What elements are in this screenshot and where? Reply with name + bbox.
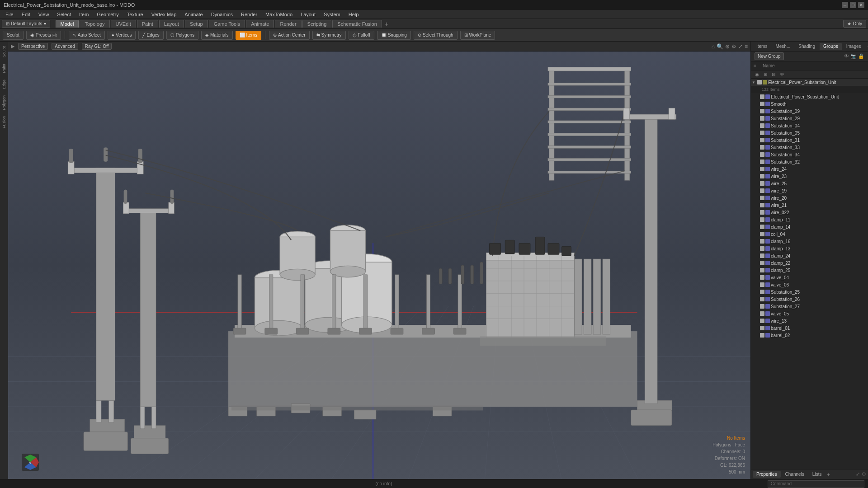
menu-geometry[interactable]: Geometry — [93, 11, 122, 18]
list-item[interactable]: wire_19 — [751, 187, 868, 194]
tab-topology[interactable]: Topology — [80, 20, 109, 28]
tab-lists[interactable]: Lists — [809, 471, 826, 478]
new-group-button[interactable]: New Group — [755, 52, 784, 60]
visibility-toggle[interactable] — [760, 333, 764, 338]
tab-properties[interactable]: Properties — [753, 471, 781, 478]
visibility-toggle[interactable] — [760, 232, 764, 236]
list-item[interactable]: clamp_13 — [751, 245, 868, 252]
visibility-toggle[interactable] — [760, 181, 764, 186]
tab-groups[interactable]: Groups — [820, 43, 842, 50]
menu-edit[interactable]: Edit — [18, 11, 34, 18]
menu-texture[interactable]: Texture — [123, 11, 147, 18]
add-bottom-tab-button[interactable]: + — [827, 472, 830, 477]
edges-button[interactable]: ╱ Edges — [138, 31, 163, 40]
items-button[interactable]: ⬜ Items — [236, 31, 261, 40]
list-item[interactable]: clamp_16 — [751, 238, 868, 245]
scene-canvas[interactable]: No Items Polygons : Face Channels: 0 Def… — [8, 52, 750, 479]
visibility-toggle[interactable] — [760, 152, 764, 157]
menu-file[interactable]: File — [2, 11, 17, 18]
only-button[interactable]: ★ Only — [843, 20, 866, 28]
menu-item[interactable]: Item — [75, 11, 92, 18]
list-item[interactable]: Substation_26 — [751, 296, 868, 303]
auto-select-button[interactable]: ↖ Auto Select — [69, 31, 105, 40]
visibility-toggle[interactable] — [757, 80, 762, 84]
visibility-icon[interactable]: 👁 — [778, 71, 786, 77]
visibility-toggle[interactable] — [760, 210, 764, 215]
vp-menu-icon[interactable]: ≡ — [745, 43, 748, 50]
tab-animate[interactable]: Animate — [246, 20, 274, 28]
settings-icon[interactable]: ⚙ — [862, 471, 866, 477]
visibility-toggle[interactable] — [760, 109, 764, 113]
falloff-button[interactable]: ◎ Falloff — [349, 31, 374, 40]
lock-icon[interactable]: 🔒 — [858, 53, 864, 59]
vp-search-icon[interactable]: 🔍 — [717, 43, 723, 50]
tab-channels[interactable]: Channels — [782, 471, 808, 478]
menu-render[interactable]: Render — [237, 11, 261, 18]
symmetry-button[interactable]: ⇋ Symmetry — [312, 31, 346, 40]
expand-all-icon[interactable]: ⊞ — [762, 71, 769, 77]
expand-icon[interactable]: ⤢ — [856, 471, 860, 477]
tab-images[interactable]: Images — [843, 43, 865, 50]
list-item[interactable]: Substation_34 — [751, 151, 868, 158]
snapping-button[interactable]: 🔲 Snapping — [377, 31, 411, 40]
add-tab-button[interactable]: + — [383, 20, 390, 28]
list-item[interactable]: Substation_25 — [751, 288, 868, 296]
visibility-toggle[interactable] — [760, 297, 764, 301]
tab-uvedit[interactable]: UVEdit — [111, 20, 136, 28]
list-item[interactable]: wire_21 — [751, 202, 868, 209]
sidebar-edge[interactable]: Edge — [1, 77, 7, 92]
visibility-toggle[interactable] — [760, 239, 764, 244]
menu-animate[interactable]: Animate — [181, 11, 206, 18]
eye-icon[interactable]: 👁 — [844, 53, 849, 59]
list-item[interactable]: wire_13 — [751, 317, 868, 324]
add-panel-tab-button[interactable]: + — [866, 43, 868, 50]
vp-zoom-icon[interactable]: ⊕ — [725, 43, 730, 50]
ray-gl-button[interactable]: Ray GL: Off — [82, 43, 112, 50]
tab-scripting[interactable]: Scripting — [302, 20, 332, 28]
visibility-toggle[interactable] — [760, 94, 764, 99]
select-through-button[interactable]: ⊙ Select Through — [414, 31, 458, 40]
menu-dynamics[interactable]: Dynamics — [208, 11, 236, 18]
visibility-toggle[interactable] — [760, 123, 764, 128]
list-item[interactable]: barrel_01 — [751, 324, 868, 332]
collapse-icon[interactable]: ▶ — [11, 43, 14, 49]
camera-icon[interactable]: 📷 — [850, 53, 857, 59]
list-item[interactable]: clamp_22 — [751, 259, 868, 267]
perspective-button[interactable]: Perspective — [18, 43, 48, 50]
tab-layout[interactable]: Layout — [159, 20, 184, 28]
list-item[interactable]: wire_23 — [751, 173, 868, 180]
visibility-toggle[interactable] — [760, 145, 764, 150]
command-input[interactable] — [793, 481, 861, 486]
visibility-toggle[interactable] — [760, 304, 764, 309]
visibility-toggle[interactable] — [760, 275, 764, 280]
materials-button[interactable]: ◈ Materials — [201, 31, 233, 40]
polygons-button[interactable]: ⬡ Polygons — [166, 31, 198, 40]
list-item[interactable]: clamp_11 — [751, 216, 868, 223]
visibility-toggle[interactable] — [760, 246, 764, 251]
list-item[interactable]: Substation_32 — [751, 158, 868, 165]
visibility-toggle[interactable] — [760, 268, 764, 272]
vp-settings-icon[interactable]: ⚙ — [731, 43, 736, 50]
list-item[interactable]: Substation_27 — [751, 303, 868, 310]
vp-home-icon[interactable]: ⌂ — [712, 43, 715, 50]
visibility-toggle[interactable] — [760, 203, 764, 207]
list-item[interactable]: ▼ Electrical_Power_Substation_Unit — [751, 79, 868, 86]
list-item[interactable]: wire_20 — [751, 194, 868, 202]
visibility-toggle[interactable] — [760, 138, 764, 142]
sidebar-polygon[interactable]: Polygon — [1, 93, 7, 113]
menu-maxtomode[interactable]: MaxToModo — [262, 11, 296, 18]
list-item[interactable]: Substation_04 — [751, 122, 868, 129]
list-item[interactable]: valve_04 — [751, 274, 868, 281]
visibility-toggle[interactable] — [760, 167, 764, 171]
tab-schematic-fusion[interactable]: Schematic Fusion — [332, 20, 382, 28]
advanced-button[interactable]: Advanced — [52, 43, 78, 50]
tab-game-tools[interactable]: Game Tools — [209, 20, 245, 28]
list-item[interactable]: Substation_29 — [751, 115, 868, 122]
visibility-toggle[interactable] — [760, 116, 764, 121]
list-item[interactable]: Substation_09 — [751, 108, 868, 115]
vertices-button[interactable]: ● Vertices — [108, 31, 136, 40]
maximize-button[interactable]: □ — [850, 2, 856, 8]
visibility-toggle[interactable] — [760, 217, 764, 222]
close-button[interactable]: ✕ — [858, 2, 864, 8]
workplane-button[interactable]: ⊞ WorkPlane — [460, 31, 495, 40]
